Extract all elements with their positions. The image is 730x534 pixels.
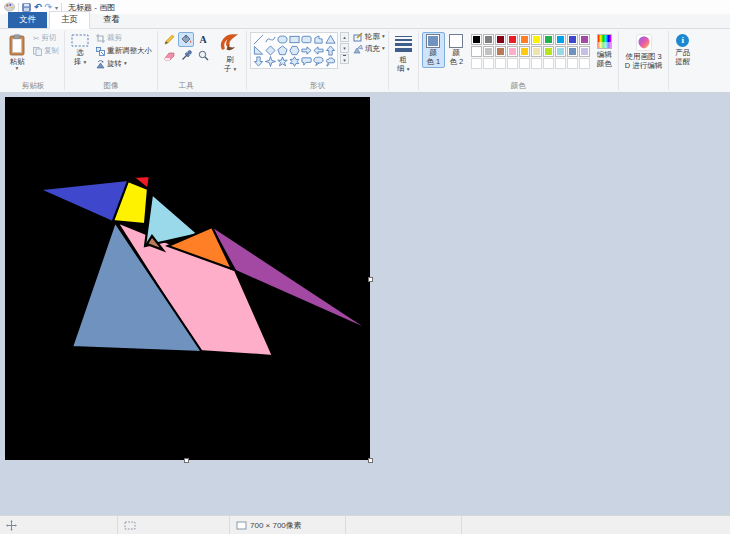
palette-swatch[interactable] (531, 34, 542, 45)
palette-swatch[interactable] (519, 34, 530, 45)
polygon-shape-button[interactable] (312, 34, 324, 45)
triangle-shape-button[interactable] (324, 34, 336, 45)
color1-button[interactable]: 颜 色 1 (422, 32, 445, 68)
shapes-scroll-up-button[interactable]: ▴ (340, 32, 349, 42)
size-button[interactable]: 粗 细 ▾ (392, 32, 415, 75)
right-arrow-shape-button[interactable] (300, 45, 312, 56)
canvas-resize-handle-bottom[interactable] (184, 458, 189, 463)
palette-swatch[interactable] (531, 46, 542, 57)
save-icon[interactable] (22, 3, 31, 12)
canvas-size-cell: 700 × 700像素 (230, 516, 346, 534)
pencil-tool-button[interactable] (161, 32, 177, 47)
shape-fill-button[interactable]: 填充 ▾ (353, 44, 385, 54)
palette-empty-slot[interactable] (495, 58, 506, 69)
paint3d-icon (636, 34, 652, 51)
paint-logo-icon (4, 2, 15, 12)
palette-swatch[interactable] (471, 46, 482, 57)
shape-outline-button[interactable]: 轮廓 ▾ (353, 32, 385, 42)
color2-button[interactable]: 颜 色 2 (445, 32, 468, 68)
palette-empty-slot[interactable] (543, 58, 554, 69)
cloud-callout-shape-button[interactable] (324, 56, 336, 67)
paint3d-button[interactable]: 使用画图 3 D 进行编辑 (622, 32, 666, 72)
fill-tool-button[interactable] (178, 32, 194, 47)
palette-empty-slot[interactable] (555, 58, 566, 69)
shapes-group-label: 形状 (247, 81, 388, 91)
palette-swatch[interactable] (483, 34, 494, 45)
four-point-star-shape-button[interactable] (264, 56, 276, 67)
palette-swatch[interactable] (567, 46, 578, 57)
right-triangle-shape-button[interactable] (252, 45, 264, 56)
magnifier-tool-button[interactable] (195, 48, 211, 63)
palette-swatch[interactable] (579, 34, 590, 45)
crop-button[interactable]: 裁剪 (94, 32, 154, 44)
paste-button[interactable]: 粘贴 ▾ (5, 32, 29, 74)
drawing-canvas[interactable] (5, 97, 370, 460)
palette-swatch[interactable] (519, 46, 530, 57)
paste-dropdown-icon: ▾ (16, 66, 19, 72)
palette-swatch[interactable] (507, 46, 518, 57)
product-alert-button[interactable]: i 产品 提醒 (672, 32, 693, 68)
palette-swatch[interactable] (543, 34, 554, 45)
curve-shape-button[interactable] (264, 34, 276, 45)
shapes-more-button[interactable]: ▾ (340, 54, 349, 64)
palette-swatch[interactable] (471, 34, 482, 45)
palette-swatch[interactable] (543, 46, 554, 57)
palette-empty-slot[interactable] (471, 58, 482, 69)
pentagon-shape-button[interactable] (276, 45, 288, 56)
palette-swatch[interactable] (495, 46, 506, 57)
undo-icon[interactable]: ↶ (34, 3, 42, 12)
text-tool-button[interactable]: A (195, 32, 211, 47)
canvas-resize-handle-right[interactable] (368, 277, 373, 282)
palette-empty-slot[interactable] (567, 58, 578, 69)
palette-swatch[interactable] (555, 46, 566, 57)
select-button[interactable]: 选 择 ▾ (68, 32, 92, 68)
crop-label: 裁剪 (107, 33, 122, 43)
left-arrow-shape-button[interactable] (312, 45, 324, 56)
palette-swatch[interactable] (555, 34, 566, 45)
tab-home[interactable]: 主页 (49, 11, 90, 29)
brushes-button[interactable]: 刷 子 ▾ (217, 32, 243, 75)
oval-shape-button[interactable] (276, 34, 288, 45)
copy-button[interactable]: 复制 (31, 45, 61, 57)
down-arrow-shape-button[interactable] (252, 56, 264, 67)
palette-empty-slot[interactable] (483, 58, 494, 69)
six-point-star-shape-button[interactable] (288, 56, 300, 67)
magnifier-icon (198, 50, 209, 61)
five-point-star-shape-button[interactable] (276, 56, 288, 67)
palette-swatch[interactable] (579, 46, 590, 57)
line-shape-icon (253, 34, 264, 45)
palette-empty-slot[interactable] (519, 58, 530, 69)
quick-access-dropdown-icon[interactable]: ▾ (55, 4, 58, 11)
rounded-rectangle-shape-button[interactable] (300, 34, 312, 45)
palette-swatch[interactable] (507, 34, 518, 45)
resize-button[interactable]: 重新调整大小 (94, 45, 154, 57)
diamond-shape-button[interactable] (264, 45, 276, 56)
paint3d-label: 使用画图 3 (625, 52, 661, 61)
size-label: 粗 (400, 55, 408, 64)
edit-colors-button[interactable]: 编辑 颜色 (594, 32, 615, 70)
tab-view[interactable]: 查看 (92, 12, 131, 28)
palette-empty-slot[interactable] (531, 58, 542, 69)
rotate-button[interactable]: 旋转 ▾ (94, 58, 154, 70)
rectangle-shape-button[interactable] (288, 34, 300, 45)
palette-swatch[interactable] (567, 34, 578, 45)
palette-empty-slot[interactable] (507, 58, 518, 69)
palette-empty-slot[interactable] (579, 58, 590, 69)
cursor-position-cell (0, 516, 118, 534)
line-shape-button[interactable] (252, 34, 264, 45)
palette-swatch[interactable] (483, 46, 494, 57)
rounded-callout-shape-button[interactable] (300, 56, 312, 67)
curve-shape-icon (265, 34, 276, 45)
color-picker-tool-button[interactable] (178, 48, 194, 63)
line-thickness-icon (395, 36, 412, 52)
hexagon-shape-button[interactable] (288, 45, 300, 56)
shapes-scroll-down-button[interactable]: ▾ (340, 43, 349, 53)
oval-callout-shape-button[interactable] (312, 56, 324, 67)
cut-button[interactable]: ✂ 剪切 (31, 32, 61, 44)
brushes-label: 刷 (226, 55, 234, 64)
up-arrow-shape-button[interactable] (324, 45, 336, 56)
canvas-resize-handle-corner[interactable] (368, 458, 373, 463)
palette-swatch[interactable] (495, 34, 506, 45)
tab-file[interactable]: 文件 (8, 12, 47, 28)
eraser-tool-button[interactable] (161, 48, 177, 63)
